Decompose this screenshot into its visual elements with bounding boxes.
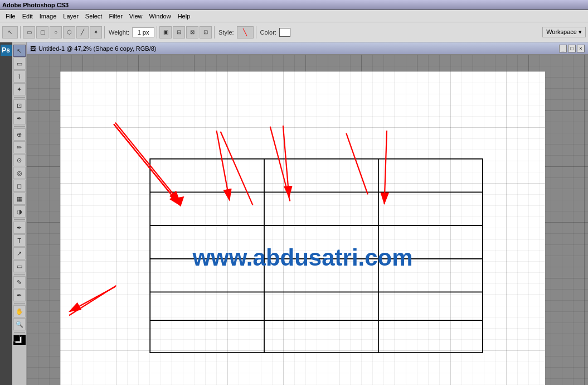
menu-layer[interactable]: Layer xyxy=(60,12,82,21)
tool-eraser[interactable]: ◻ xyxy=(13,180,26,192)
tool-sep-6 xyxy=(14,332,25,333)
workspace-button[interactable]: Workspace ▾ xyxy=(542,27,586,37)
tool-move[interactable]: ↖ xyxy=(13,45,26,57)
menu-image[interactable]: Image xyxy=(36,12,60,21)
tool-sep-1 xyxy=(14,97,25,98)
tool-type[interactable]: T xyxy=(13,234,26,247)
ps-logo: Ps xyxy=(1,45,12,56)
tool-hand[interactable]: ✋ xyxy=(13,305,26,317)
separator-2 xyxy=(104,26,105,38)
document-titlebar: 🖼 Untitled-1 @ 47,2% (Shape 6 copy, RGB/… xyxy=(27,42,588,55)
tool-pen[interactable]: ✒ xyxy=(13,222,26,234)
tool-magic-wand[interactable]: ✦ xyxy=(13,83,26,95)
add-to-shape[interactable]: ▣ xyxy=(159,26,172,38)
color-label: Color: xyxy=(260,29,276,36)
title-bar: Adobe Photoshop CS3 xyxy=(0,0,588,10)
polygon-btn[interactable]: ⬡ xyxy=(63,26,75,38)
tool-history[interactable]: ◎ xyxy=(13,167,26,179)
ellipse-btn[interactable]: ○ xyxy=(50,26,62,38)
menu-file[interactable]: File xyxy=(2,12,19,21)
line-btn[interactable]: ╱ xyxy=(76,26,89,38)
tool-eyedropper[interactable]: ✒ xyxy=(13,112,26,124)
menu-filter[interactable]: Filter xyxy=(105,12,125,21)
menu-select[interactable]: Select xyxy=(82,12,106,21)
tool-sep-4 xyxy=(14,274,25,275)
tool-eyedropper2[interactable]: ✒ xyxy=(13,289,26,301)
tool-brush[interactable]: ✏ xyxy=(13,141,26,153)
document-window: 🖼 Untitled-1 @ 47,2% (Shape 6 copy, RGB/… xyxy=(27,42,588,385)
tool-marquee[interactable]: ▭ xyxy=(13,57,26,70)
menu-bar: File Edit Image Layer Select Filter View… xyxy=(0,10,588,22)
toolbar: ↖ ▭ ▢ ○ ⬡ ╱ ✦ Weight: ▣ ⊟ ⊠ ⊡ Style: ╲ C… xyxy=(0,22,588,42)
menu-view[interactable]: View xyxy=(126,12,146,21)
restore-button[interactable]: □ xyxy=(568,45,576,52)
minimize-button[interactable]: _ xyxy=(559,45,567,52)
style-label: Style: xyxy=(218,29,234,36)
tool-shape[interactable]: ▭ xyxy=(13,260,26,272)
tool-sep-3 xyxy=(14,219,25,220)
tool-notes[interactable]: ✎ xyxy=(13,276,26,288)
menu-edit[interactable]: Edit xyxy=(19,12,36,21)
color-swatch[interactable] xyxy=(279,28,290,37)
intersect-shape[interactable]: ⊠ xyxy=(186,26,198,38)
subtract-from-shape[interactable]: ⊟ xyxy=(173,26,185,38)
weight-input[interactable] xyxy=(132,27,154,37)
exclude-shape[interactable]: ⊡ xyxy=(200,26,212,38)
tool-sep-2 xyxy=(14,126,25,127)
ps-panel: Ps xyxy=(0,42,12,385)
document-icon: 🖼 xyxy=(30,45,36,52)
document-title: Untitled-1 @ 47,2% (Shape 6 copy, RGB/8) xyxy=(38,45,157,52)
tool-crop[interactable]: ⊡ xyxy=(13,99,26,112)
custom-shape-btn[interactable]: ✦ xyxy=(90,26,102,38)
white-document xyxy=(60,71,545,385)
separator-1 xyxy=(20,26,21,38)
tool-zoom[interactable]: 🔍 xyxy=(13,318,26,330)
separator-3 xyxy=(157,26,157,38)
document-area: 🖼 Untitled-1 @ 47,2% (Shape 6 copy, RGB/… xyxy=(27,42,588,385)
tool-healing[interactable]: ⊕ xyxy=(13,128,26,141)
rounded-rect-btn[interactable]: ▢ xyxy=(36,26,48,38)
close-button[interactable]: × xyxy=(577,45,585,52)
tool-preset-picker[interactable]: ↖ xyxy=(2,26,18,38)
separator-4 xyxy=(214,26,215,38)
tool-clone[interactable]: ⊙ xyxy=(13,154,26,166)
menu-window[interactable]: Window xyxy=(146,12,174,21)
tool-lasso[interactable]: ⌇ xyxy=(13,70,26,83)
tool-path[interactable]: ↗ xyxy=(13,247,26,259)
tool-dodge[interactable]: ◑ xyxy=(13,205,26,218)
document-controls: _ □ × xyxy=(559,45,585,52)
toolbox: ↖ ▭ ⌇ ✦ ⊡ ✒ ⊕ ✏ ⊙ ◎ ◻ ▦ ◑ ✒ T ↗ ▭ ✎ ✒ ✋ … xyxy=(12,42,27,385)
style-dropdown[interactable]: ╲ xyxy=(237,26,254,38)
rect-shape-btn[interactable]: ▭ xyxy=(23,26,35,38)
menu-help[interactable]: Help xyxy=(174,12,194,21)
weight-label: Weight: xyxy=(109,29,129,36)
tool-sep-5 xyxy=(14,303,25,304)
separator-5 xyxy=(256,26,256,38)
foreground-bg-colors[interactable] xyxy=(13,335,26,345)
tool-gradient[interactable]: ▦ xyxy=(13,192,26,205)
canvas-area: www.abdusatri.com xyxy=(27,55,588,385)
main-area: Ps ↖ ▭ ⌇ ✦ ⊡ ✒ ⊕ ✏ ⊙ ◎ ◻ ▦ ◑ ✒ T ↗ ▭ ✎ ✒… xyxy=(0,42,588,385)
app-title: Adobe Photoshop CS3 xyxy=(2,2,69,8)
